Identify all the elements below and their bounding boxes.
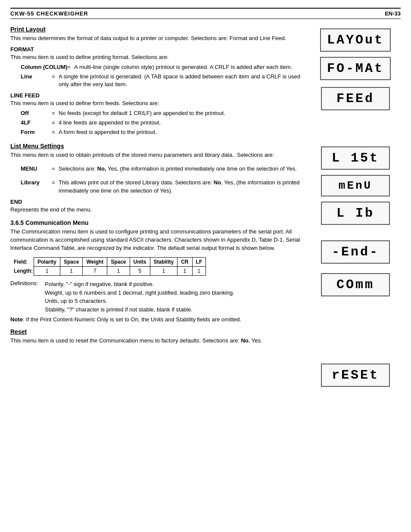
display-comm-text: COmm [336,277,374,292]
format-line-row: Line = A single line printout is generat… [21,73,303,89]
form-text: A form feed is appended to the printout. [59,128,303,137]
format-column-row: Column (COLUM) = A multi-line (single co… [21,63,303,72]
off-row: Off = No feeds (except for default 1 CR/… [21,109,303,118]
main-layout: Print Layout This menu determines the fo… [10,26,401,389]
display-end-text: -End- [332,245,379,259]
format-label: FORMAT [10,46,303,53]
display-list-text: L 15t [332,151,379,165]
list-menu-intro: This menu item is used to obtain printou… [10,151,303,159]
header-page-number: EN-33 [385,10,401,17]
len-space1: 1 [60,267,83,276]
display-format: FO-MAt [320,57,391,80]
col-weight: Weight [83,258,107,267]
text-column: Print Layout This menu determines the fo… [10,26,310,389]
len-units: 5 [130,267,150,276]
end-text: Represents the end of the menu. [10,206,303,214]
len-lf: 1 [192,267,206,276]
line-feed-intro: This menu item is used to define form fe… [10,100,303,108]
menu-label: MENU [21,165,52,173]
col-space1: Space [60,258,83,267]
note-line: Note: If the Print Content-Numeric Only … [10,315,303,324]
display-inner: LAYOut FO-MAt FEEd L 15t mEnU [312,26,399,389]
comm-menu-intro: The Communication menu item is used to c… [10,228,303,252]
line-feed-label: LINE FEED [10,92,303,99]
len-polarity: 1 [34,267,60,276]
off-text: No feeds (except for default 1 CR/LF) ar… [59,109,303,118]
col-cr: CR [177,258,192,267]
length-row-label: Length: [10,267,34,276]
display-reset-text: rESEt [332,368,379,383]
4lf-row: 4LF = 4 line feeds are appended to the p… [21,119,303,127]
comm-table: Field: Polarity Space Weight Space Units… [10,257,206,276]
page: CKW-55 CHECKWEIGHER EN-33 Print Layout T… [0,0,411,532]
display-reset: rESEt [321,364,390,387]
definitions-block: Definitions: Polarity, "-" sign if negat… [10,280,303,314]
4lf-text: 4 line feeds are appended to the printou… [59,119,303,127]
format-column-text: A multi-line (single column style) print… [74,63,303,72]
col-stability: Stability [150,258,177,267]
end-label: END [10,199,303,205]
col-space2: Space [107,258,130,267]
format-line-text: A single line printout is generated. (A … [59,73,303,89]
display-layout-text: LAYOut [327,33,384,47]
display-list: L 15t [321,146,390,170]
col-polarity: Polarity [34,258,60,267]
display-end: -End- [321,240,390,264]
list-menu-title: List Menu Settings [10,143,303,149]
display-menu: mEnU [321,175,390,196]
display-format-text: FO-MAt [327,61,384,76]
definitions-label: Definitions: [10,280,45,314]
display-column: LAYOut FO-MAt FEEd L 15t mEnU [310,26,401,389]
form-row: Form = A form feed is appended to the pr… [21,128,303,137]
def-weight: Weight, up to 6 numbers and 1 decimal, r… [45,289,234,297]
display-feed-text: FEEd [336,91,374,106]
len-cr: 1 [177,267,192,276]
print-layout-intro: This menu determines the format of data … [10,34,303,43]
form-label: Form [21,128,52,137]
comm-table-wrapper: Field: Polarity Space Weight Space Units… [10,254,303,280]
display-layout: LAYOut [320,28,391,52]
display-lib: L Ib [321,202,390,225]
library-row: Library = This allows print out of the s… [21,179,303,195]
display-comm: COmm [321,273,390,296]
4lf-label: 4LF [21,119,52,127]
format-intro: This menu item is used to define printin… [10,53,303,62]
format-line-label: Line [21,73,52,89]
section-print-layout-title: Print Layout [10,26,303,33]
reset-text: This menu item is used to reset the Comm… [10,337,303,345]
col-units: Units [130,258,150,267]
def-polarity: Polarity, "-" sign if negative, blank if… [45,280,234,289]
off-label: Off [21,109,52,118]
reset-title: Reset [10,328,303,335]
library-text: This allows print out of the stored Libr… [59,179,303,195]
menu-text: Selections are: No, Yes, (the informatio… [59,165,303,173]
len-stability: 1 [150,267,177,276]
page-header: CKW-55 CHECKWEIGHER EN-33 [10,8,401,19]
col-lf: LF [192,258,206,267]
len-weight: 7 [83,267,107,276]
menu-row: MENU = Selections are: No, Yes, (the inf… [21,165,303,173]
library-label: Library [21,179,52,195]
field-row-label: Field: [10,258,34,267]
definitions-list: Polarity, "-" sign if negative, blank if… [45,280,234,314]
comm-menu-subtitle: 3.6.5 Communication Menu [10,219,303,226]
display-menu-text: mEnU [339,179,372,192]
def-units: Units, up to 5 characters. [45,297,234,305]
format-column-label: Column (COLUM) [21,63,67,72]
header-title: CKW-55 CHECKWEIGHER [10,10,88,17]
def-stability: Stability, "?" character is printed if n… [45,305,234,314]
display-feed: FEEd [321,87,390,110]
display-lib-text: L Ib [336,206,374,221]
len-space2: 1 [107,267,130,276]
